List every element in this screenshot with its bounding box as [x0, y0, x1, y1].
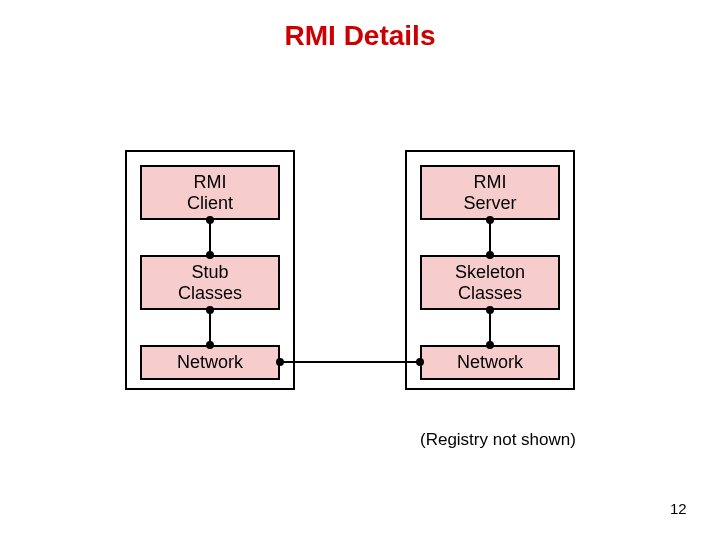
box-network-left: Network [140, 345, 280, 380]
diagram-connectors [0, 0, 720, 540]
box-rmi-client: RMI Client [140, 165, 280, 220]
box-skeleton-classes: Skeleton Classes [420, 255, 560, 310]
box-rmi-server: RMI Server [420, 165, 560, 220]
registry-note: (Registry not shown) [420, 430, 576, 450]
slide-title: RMI Details [0, 20, 720, 52]
box-network-right: Network [420, 345, 560, 380]
page-number: 12 [670, 500, 687, 517]
box-stub-classes: Stub Classes [140, 255, 280, 310]
